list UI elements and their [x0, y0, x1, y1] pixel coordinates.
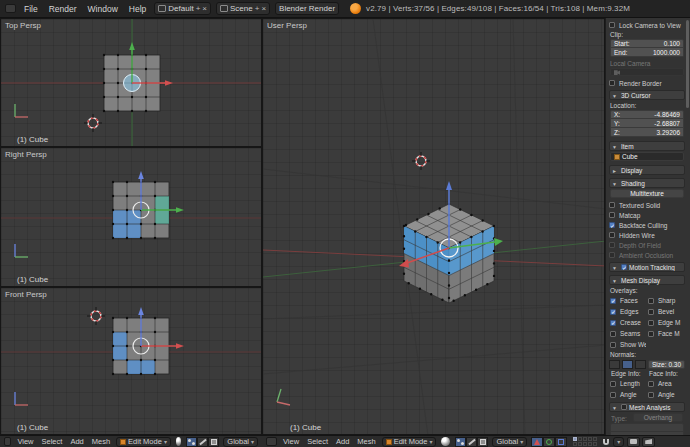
checkbox-icon [609, 80, 615, 86]
edge-select-button[interactable] [197, 437, 208, 447]
overlay-crease-checkbox[interactable]: Crease [610, 318, 646, 327]
analysis-type-dropdown[interactable]: Overhang [633, 413, 683, 422]
close-layout-icon[interactable] [202, 4, 207, 13]
overlay-edges-checkbox[interactable]: Edges [610, 307, 646, 316]
backface-culling-checkbox[interactable]: Backface Culling [609, 221, 685, 229]
face-select-button[interactable] [477, 437, 488, 447]
snap-icon[interactable] [603, 439, 609, 445]
textured-solid-checkbox[interactable]: Textured Solid [609, 201, 685, 209]
scale-manipulator-button[interactable] [555, 437, 567, 447]
ambient-occlusion-checkbox[interactable]: Ambient Occlusion [609, 251, 685, 259]
overlay-faces-checkbox[interactable]: Faces [610, 296, 646, 305]
section-motion-tracking[interactable]: Motion Tracking [609, 262, 685, 272]
face-normals-button[interactable] [635, 360, 646, 369]
viewport-shading-icon[interactable] [176, 437, 181, 446]
overlay-seams-checkbox[interactable]: Seams [610, 329, 646, 338]
menu-view[interactable]: View [279, 437, 303, 446]
orientation-selector[interactable]: Global [492, 437, 527, 447]
item-name-field[interactable]: Cube [610, 152, 684, 161]
add-scene-icon[interactable] [255, 4, 260, 13]
vertex-select-button[interactable] [186, 437, 197, 447]
vertex-normals-button[interactable] [609, 360, 620, 369]
menu-add[interactable]: Add [66, 437, 87, 446]
section-display[interactable]: Display [609, 165, 685, 175]
overlay-bevel-checkbox[interactable]: Bevel [648, 307, 684, 316]
menu-window[interactable]: Window [83, 4, 123, 14]
normals-size-field[interactable]: Size: 0.30 [648, 360, 685, 369]
viewport-header-left: View Select Add Mesh Edit Mode Global [0, 435, 262, 447]
face-angle-checkbox[interactable]: Angle [648, 390, 684, 399]
close-scene-icon[interactable] [261, 4, 266, 13]
cursor-z-field[interactable]: Z: 3.29206 [610, 128, 684, 137]
local-camera-field[interactable] [610, 68, 684, 76]
matcap-checkbox[interactable]: Matcap [609, 211, 685, 219]
lock-camera-checkbox[interactable]: Lock Camera to View [609, 21, 685, 29]
section-item[interactable]: Item [609, 141, 685, 151]
layers-widget[interactable] [573, 437, 597, 446]
edge-length-checkbox[interactable]: Length [610, 379, 646, 388]
editor-type-button[interactable] [5, 4, 16, 13]
menu-render[interactable]: Render [44, 4, 82, 14]
size-value: 0.30 [668, 361, 681, 368]
section-shading[interactable]: Shading [609, 178, 685, 188]
editor-type-button[interactable] [4, 437, 11, 446]
panel-scrollbar[interactable] [686, 20, 689, 108]
checkbox-icon[interactable] [621, 264, 627, 270]
viewport-user[interactable]: User Persp (1) Cube [262, 18, 605, 435]
rotate-manipulator-button[interactable] [543, 437, 555, 447]
snap-element-selector[interactable] [613, 437, 624, 447]
viewport-top[interactable]: Top Persp (1) Cube [0, 18, 262, 147]
viewport-front[interactable]: Front Persp (1) Cube [0, 287, 262, 435]
translate-manipulator-button[interactable] [531, 437, 543, 447]
menu-mesh[interactable]: Mesh [353, 437, 379, 446]
screen-layout-selector[interactable]: Default [154, 2, 211, 15]
option-label: Angle [656, 391, 677, 398]
menu-select[interactable]: Select [303, 437, 332, 446]
section-3d-cursor[interactable]: 3D Cursor [609, 90, 685, 100]
shading-mode-dropdown[interactable]: Multitexture [610, 189, 684, 198]
clip-start-field[interactable]: Start: 0.100 [610, 39, 684, 48]
render-border-checkbox[interactable]: Render Border [609, 79, 685, 87]
hidden-wire-checkbox[interactable]: Hidden Wire [609, 231, 685, 239]
depth-of-field-checkbox[interactable]: Depth Of Field [609, 241, 685, 249]
face-select-button[interactable] [208, 437, 219, 447]
menu-select[interactable]: Select [38, 437, 67, 446]
mode-selector[interactable]: Edit Mode [382, 437, 437, 447]
clip-end-field[interactable]: End: 1000.000 [610, 48, 684, 57]
menu-file[interactable]: File [19, 4, 43, 14]
blender-logo-icon [350, 3, 361, 14]
face-area-checkbox[interactable]: Area [648, 379, 684, 388]
section-title: 3D Cursor [621, 92, 651, 99]
overlay-sharp-checkbox[interactable]: Sharp [648, 296, 684, 305]
edge-angle-checkbox[interactable]: Angle [610, 390, 646, 399]
menu-view[interactable]: View [13, 437, 37, 446]
cursor-y-field[interactable]: Y: -2.68807 [610, 119, 684, 128]
mode-selector[interactable]: Edit Mode [116, 437, 171, 447]
menu-add[interactable]: Add [332, 437, 353, 446]
menu-help[interactable]: Help [124, 4, 151, 14]
viewport-right[interactable]: Right Persp (1) Cube [0, 147, 262, 287]
orientation-selector[interactable]: Global [223, 437, 258, 447]
overlay-face-marks-checkbox[interactable]: Face M [648, 329, 684, 338]
scene-selector[interactable]: Scene [216, 2, 270, 15]
edge-select-button[interactable] [466, 437, 477, 447]
viewport-shading-icon[interactable] [441, 437, 450, 446]
analysis-min-field[interactable] [610, 423, 684, 432]
vertex-select-button[interactable] [455, 437, 466, 447]
cursor-x-field[interactable]: X: -4.86469 [610, 110, 684, 119]
analysis-type-value: Overhang [644, 414, 673, 421]
viewport-label: Right Persp [5, 150, 47, 159]
loose-edge-normals-button[interactable] [622, 360, 633, 369]
opengl-render-icon[interactable] [627, 437, 640, 447]
render-engine-selector[interactable]: Blender Render [275, 2, 339, 15]
checkbox-icon[interactable] [621, 404, 627, 410]
add-layout-icon[interactable] [196, 4, 201, 13]
option-label: Textured Solid [617, 202, 662, 209]
overlay-show-weights-checkbox[interactable]: Show Weights [610, 340, 646, 349]
section-mesh-analysis[interactable]: Mesh Analysis [609, 402, 685, 412]
overlay-edge-marks-checkbox[interactable]: Edge M [648, 318, 684, 327]
section-mesh-display[interactable]: Mesh Display [609, 275, 685, 285]
menu-mesh[interactable]: Mesh [88, 437, 114, 446]
editor-type-button[interactable] [266, 437, 277, 446]
opengl-render-anim-icon[interactable] [642, 437, 655, 447]
